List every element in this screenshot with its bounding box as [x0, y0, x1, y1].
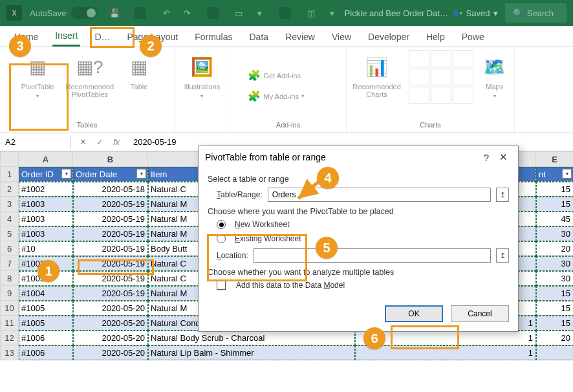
tab-insert[interactable]: Insert: [52, 27, 80, 47]
maps-button[interactable]: 🗺️ Maps▾: [477, 50, 512, 102]
col-header[interactable]: E: [536, 152, 574, 167]
cell[interactable]: 20: [536, 331, 574, 345]
cell[interactable]: 15: [536, 316, 574, 331]
row-header[interactable]: 5: [1, 226, 19, 241]
qat-icon[interactable]: ▾: [254, 7, 265, 19]
cell[interactable]: 2020-05-19: [73, 212, 148, 226]
cell[interactable]: #1004: [19, 286, 73, 301]
data-model-checkbox[interactable]: [217, 281, 226, 290]
cell[interactable]: 15: [536, 286, 574, 301]
qat-icon[interactable]: ◫: [305, 7, 317, 19]
col-header[interactable]: A: [19, 152, 73, 167]
cell[interactable]: #1003: [19, 226, 73, 241]
col-header[interactable]: B: [73, 152, 148, 167]
cell[interactable]: #1003: [19, 271, 73, 286]
filter-dropdown-icon[interactable]: ▾: [562, 169, 572, 179]
cell[interactable]: 2020-05-20: [73, 316, 148, 331]
close-button[interactable]: ✕: [495, 151, 512, 163]
chart-mini-icon[interactable]: [431, 50, 451, 67]
cell[interactable]: 2020-05-18: [73, 182, 148, 197]
qat-icon[interactable]: ▾: [326, 7, 338, 19]
cell[interactable]: 45: [536, 212, 574, 226]
cancel-button[interactable]: Cancel: [451, 305, 509, 322]
cell[interactable]: 2020-05-20: [73, 331, 148, 345]
pivottable-button[interactable]: ▦ PivotTable▾: [17, 50, 58, 102]
row-header[interactable]: 11: [1, 316, 19, 331]
row-header[interactable]: 1: [1, 167, 19, 182]
range-picker-icon[interactable]: ↥: [496, 188, 509, 202]
table-col-header[interactable]: Order Date▾: [73, 167, 148, 182]
cell[interactable]: 2020-05-20: [73, 345, 148, 360]
location-input[interactable]: [254, 248, 491, 263]
cell[interactable]: 2020-05-19: [73, 271, 148, 286]
chart-mini-icon[interactable]: [453, 69, 473, 85]
tab-home[interactable]: Home: [12, 28, 41, 46]
get-addins-button[interactable]: 🧩 Get Add-ins: [243, 67, 334, 84]
cell[interactable]: 15: [536, 301, 574, 316]
cell[interactable]: #1003: [19, 256, 73, 271]
cell[interactable]: 15: [536, 182, 574, 197]
cell[interactable]: #1006: [19, 345, 73, 360]
tab-developer[interactable]: Developer: [365, 28, 412, 46]
cell[interactable]: 2020-05-19: [73, 197, 148, 212]
row-header[interactable]: 4: [1, 212, 19, 226]
table-range-input[interactable]: [268, 188, 491, 202]
recommended-charts-button[interactable]: 📊 Recommended Charts: [349, 50, 405, 101]
table-button[interactable]: ▦ Table: [122, 50, 157, 93]
cell[interactable]: 20: [536, 241, 574, 256]
chart-mini-icon[interactable]: [409, 87, 429, 103]
help-button[interactable]: ?: [478, 152, 495, 163]
row-header[interactable]: 2: [1, 182, 19, 197]
illustrations-button[interactable]: 🖼️ Illustrations▾: [180, 50, 224, 102]
row-header[interactable]: 8: [1, 271, 19, 286]
ok-button[interactable]: OK: [385, 305, 443, 322]
row-header[interactable]: 9: [1, 286, 19, 301]
recommended-pivottables-button[interactable]: ▦? Recommended PivotTables: [62, 50, 118, 101]
cell[interactable]: 15: [536, 197, 574, 212]
chart-mini-icon[interactable]: [409, 69, 429, 85]
cell[interactable]: #1005: [19, 316, 73, 331]
tab-view[interactable]: View: [329, 28, 354, 46]
tab-review[interactable]: Review: [283, 28, 318, 46]
autosave-toggle[interactable]: [71, 7, 97, 19]
cell[interactable]: 30: [536, 256, 574, 271]
name-box[interactable]: A2: [0, 135, 71, 149]
filter-dropdown-icon[interactable]: ▾: [136, 169, 146, 179]
search-box[interactable]: 🔍 Search: [505, 3, 567, 23]
cell[interactable]: 2020-05-20: [73, 301, 148, 316]
cell[interactable]: 1: [355, 331, 536, 345]
cell[interactable]: 30: [536, 271, 574, 286]
cell[interactable]: #1003: [19, 197, 73, 212]
undo-icon[interactable]: ↶: [160, 7, 172, 19]
row-header[interactable]: 12: [1, 331, 19, 345]
fx-icon[interactable]: fx: [111, 137, 122, 147]
select-all-corner[interactable]: [1, 152, 19, 167]
table-col-header[interactable]: Order ID▾: [19, 167, 73, 182]
cell[interactable]: 30: [536, 226, 574, 241]
cell[interactable]: #1005: [19, 301, 73, 316]
chart-mini-icon[interactable]: [453, 50, 473, 67]
cancel-formula-icon[interactable]: ✕: [78, 137, 88, 147]
row-header[interactable]: 10: [1, 301, 19, 316]
cell[interactable]: #10: [19, 241, 73, 256]
row-header[interactable]: 6: [1, 241, 19, 256]
chart-mini-icon[interactable]: [431, 87, 451, 103]
cell[interactable]: 2020-05-19: [73, 226, 148, 241]
tab-data[interactable]: Data: [246, 28, 271, 46]
existing-worksheet-radio[interactable]: [217, 234, 226, 243]
chart-mini-icon[interactable]: [431, 69, 451, 85]
cell[interactable]: 2020-05-19: [73, 256, 148, 271]
tab-power[interactable]: Powe: [459, 28, 487, 46]
save-icon[interactable]: 💾: [109, 7, 120, 19]
tab-help[interactable]: Help: [424, 28, 448, 46]
cell[interactable]: 2020-05-19: [73, 241, 148, 256]
table-col-header[interactable]: nt▾: [536, 167, 574, 182]
filter-dropdown-icon[interactable]: ▾: [61, 169, 71, 179]
new-worksheet-radio[interactable]: [217, 220, 226, 229]
tab-formulas[interactable]: Formulas: [192, 28, 235, 46]
tab-draw[interactable]: D…: [92, 28, 113, 46]
chart-type-gallery[interactable]: [409, 50, 473, 103]
cell[interactable]: #1003: [19, 212, 73, 226]
my-addins-button[interactable]: 🧩 My Add-ins ▾: [243, 88, 334, 105]
cell[interactable]: 1: [355, 345, 536, 360]
